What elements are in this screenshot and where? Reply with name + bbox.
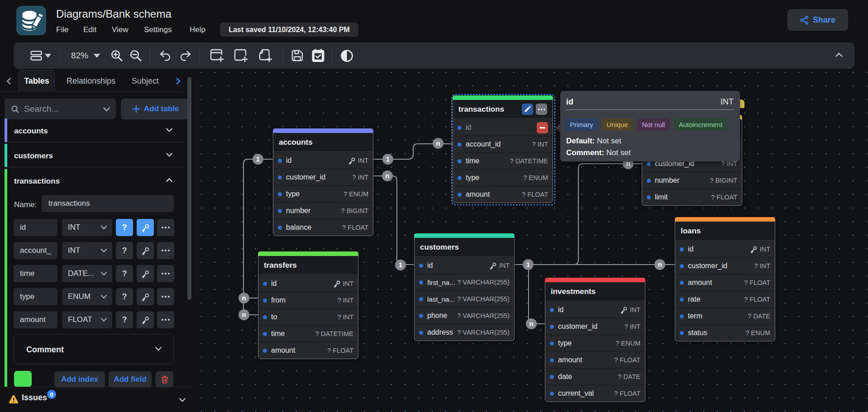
svg-text:n: n	[242, 311, 246, 318]
svg-text:1: 1	[526, 260, 530, 268]
svg-text:n: n	[529, 320, 533, 327]
svg-text:1: 1	[256, 155, 260, 163]
svg-text:1: 1	[386, 155, 390, 163]
svg-text:n: n	[436, 139, 440, 147]
svg-text:n: n	[385, 172, 389, 180]
svg-text:1: 1	[399, 261, 402, 269]
svg-text:n: n	[658, 260, 662, 268]
svg-text:n: n	[242, 294, 246, 302]
